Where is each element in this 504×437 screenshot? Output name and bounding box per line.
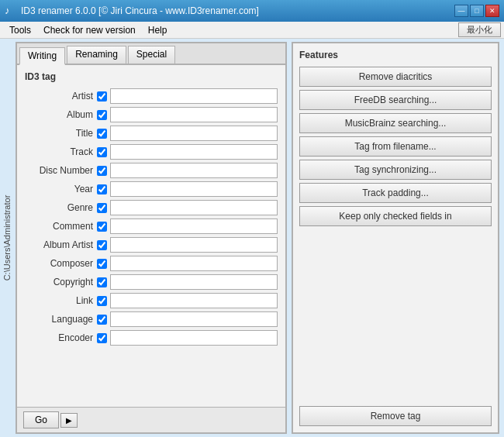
field-input-copyright[interactable]: [110, 274, 278, 290]
field-row-comment: Comment: [25, 218, 278, 234]
right-panel: Features Remove diacriticsFreeDB searchi…: [292, 42, 499, 434]
field-checkbox-encoder[interactable]: [97, 333, 107, 343]
main-layout: Writing Renaming Special ID3 tag ArtistA…: [14, 39, 504, 437]
app-window: ♪ ID3 renamer 6.0.0 [© Jiri Cincura - ww…: [0, 0, 504, 437]
field-row-track: Track: [25, 144, 278, 160]
field-row-copyright: Copyright: [25, 274, 278, 290]
field-label-album: Album: [25, 109, 93, 120]
field-row-album-artist: Album Artist: [25, 237, 278, 253]
bottom-bar: Go ▶: [17, 407, 285, 432]
field-checkbox-artist[interactable]: [97, 91, 107, 102]
field-input-comment[interactable]: [110, 218, 278, 234]
close-button[interactable]: ✕: [485, 5, 499, 17]
field-input-year[interactable]: [110, 181, 278, 197]
field-input-artist[interactable]: [110, 88, 278, 104]
field-input-track[interactable]: [110, 144, 278, 160]
field-input-disc-number[interactable]: [110, 163, 278, 178]
field-row-artist: Artist: [25, 88, 278, 104]
feature-btn-track-padding[interactable]: Track padding...: [299, 183, 492, 203]
field-row-composer: Composer: [25, 256, 278, 271]
feature-btn-tag-synchronizing[interactable]: Tag synchronizing...: [299, 160, 492, 180]
title-controls: — □ ✕: [454, 5, 499, 17]
left-panel: Writing Renaming Special ID3 tag ArtistA…: [16, 42, 287, 434]
field-checkbox-link[interactable]: [97, 296, 107, 306]
field-label-year: Year: [25, 184, 93, 194]
field-label-comment: Comment: [25, 221, 93, 232]
remove-tag-area: Remove tag: [299, 401, 492, 426]
tab-special[interactable]: Special: [128, 46, 175, 64]
menu-bar: Tools Check for new version Help 最小化: [0, 22, 504, 39]
window-title: ID3 renamer 6.0.0 [© Jiri Cincura - www.…: [21, 5, 454, 16]
side-path-label: C:\Users\Administrator: [2, 195, 12, 281]
feature-btn-remove-diacritics[interactable]: Remove diacritics: [299, 67, 492, 87]
field-checkbox-copyright[interactable]: [97, 277, 107, 287]
field-checkbox-title[interactable]: [97, 129, 107, 139]
field-checkbox-disc-number[interactable]: [97, 166, 107, 176]
feature-btn-tag-from-filename[interactable]: Tag from filename...: [299, 136, 492, 157]
field-input-link[interactable]: [110, 293, 278, 308]
field-label-genre: Genre: [25, 202, 93, 213]
field-input-encoder[interactable]: [110, 330, 278, 346]
field-checkbox-genre[interactable]: [97, 203, 107, 213]
field-label-link: Link: [25, 295, 93, 306]
field-checkbox-language[interactable]: [97, 315, 107, 325]
field-label-copyright: Copyright: [25, 277, 93, 287]
fields-container: ArtistAlbumTitleTrackDisc NumberYearGenr…: [25, 88, 278, 346]
title-bar: ♪ ID3 renamer 6.0.0 [© Jiri Cincura - ww…: [0, 0, 504, 22]
field-row-year: Year: [25, 181, 278, 197]
field-checkbox-year[interactable]: [97, 184, 107, 194]
field-label-track: Track: [25, 146, 93, 157]
menu-help[interactable]: Help: [142, 23, 174, 37]
features-container: Remove diacriticsFreeDB searching...Musi…: [299, 67, 492, 229]
maximize-button[interactable]: □: [470, 5, 484, 17]
field-input-language[interactable]: [110, 311, 278, 327]
minimize-right-area: 最小化: [458, 22, 501, 37]
feature-btn-musicbrainz-searching[interactable]: MusicBrainz searching...: [299, 113, 492, 133]
field-row-title: Title: [25, 126, 278, 141]
field-checkbox-track[interactable]: [97, 147, 107, 157]
app-icon: ♪: [5, 5, 17, 17]
field-row-encoder: Encoder: [25, 330, 278, 346]
field-checkbox-comment[interactable]: [97, 222, 107, 232]
field-input-title[interactable]: [110, 126, 278, 141]
field-label-title: Title: [25, 128, 93, 139]
tab-writing[interactable]: Writing: [19, 47, 65, 65]
go-button[interactable]: Go: [23, 411, 59, 428]
tab-renaming[interactable]: Renaming: [67, 46, 126, 64]
field-checkbox-album-artist[interactable]: [97, 240, 107, 250]
field-row-genre: Genre: [25, 200, 278, 215]
menu-tools[interactable]: Tools: [3, 23, 37, 37]
field-row-album: Album: [25, 107, 278, 122]
field-row-language: Language: [25, 311, 278, 327]
field-input-album-artist[interactable]: [110, 237, 278, 253]
id3tag-section-label: ID3 tag: [25, 71, 278, 82]
menu-check-version[interactable]: Check for new version: [37, 23, 142, 37]
field-label-album-artist: Album Artist: [25, 239, 93, 250]
field-label-artist: Artist: [25, 91, 93, 102]
arrow-button[interactable]: ▶: [60, 413, 78, 428]
minimize-button[interactable]: —: [454, 5, 468, 17]
tab-bar: Writing Renaming Special: [17, 43, 285, 65]
field-label-language: Language: [25, 314, 93, 325]
field-row-disc-number: Disc Number: [25, 163, 278, 178]
side-label-container: C:\Users\Administrator: [0, 39, 14, 437]
field-input-genre[interactable]: [110, 200, 278, 215]
feature-btn-freedb-searching[interactable]: FreeDB searching...: [299, 90, 492, 110]
remove-tag-button[interactable]: Remove tag: [299, 406, 492, 426]
field-checkbox-composer[interactable]: [97, 259, 107, 269]
field-checkbox-album[interactable]: [97, 110, 107, 120]
field-label-composer: Composer: [25, 258, 93, 269]
feature-btn-keep-only-checked[interactable]: Keep only checked fields in: [299, 206, 492, 226]
minimize-right-button[interactable]: 最小化: [458, 22, 501, 37]
field-row-link: Link: [25, 293, 278, 308]
field-label-encoder: Encoder: [25, 332, 93, 343]
field-input-composer[interactable]: [110, 256, 278, 271]
field-input-album[interactable]: [110, 107, 278, 122]
features-section-label: Features: [299, 50, 492, 60]
content-area: C:\Users\Administrator Writing Renaming …: [0, 39, 504, 437]
field-label-disc-number: Disc Number: [25, 165, 93, 176]
tab-content-writing: ID3 tag ArtistAlbumTitleTrackDisc Number…: [17, 65, 285, 407]
